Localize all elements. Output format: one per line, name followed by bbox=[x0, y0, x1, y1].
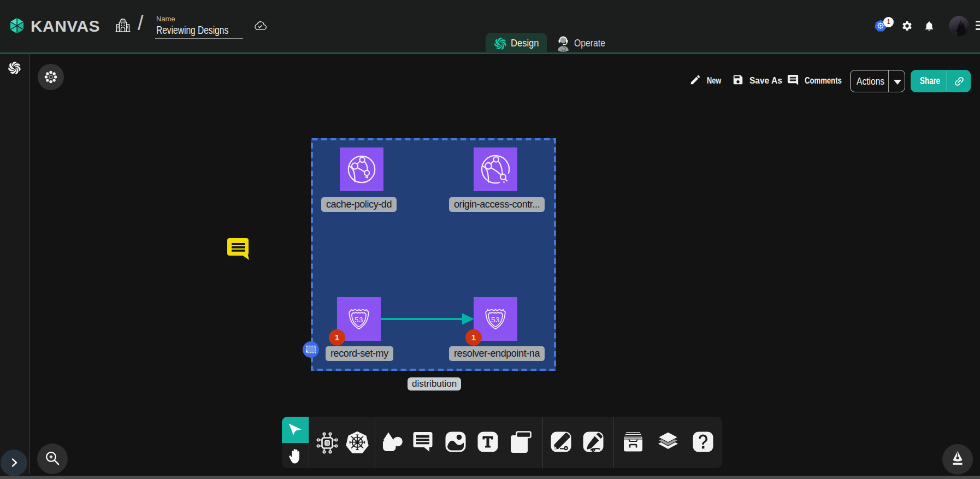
svg-text:53: 53 bbox=[491, 316, 500, 324]
svg-text:53: 53 bbox=[355, 316, 363, 324]
